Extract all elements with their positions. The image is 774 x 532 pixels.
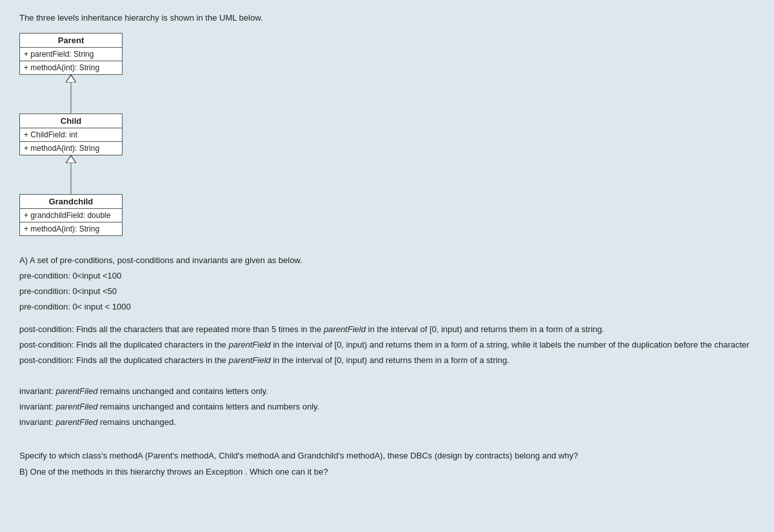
intro-text: The three levels inheritance hierarchy i…	[19, 13, 755, 23]
inheritance-arrow-1	[66, 75, 76, 83]
uml-diagram: Parent + parentField: String + methodA(i…	[19, 33, 755, 236]
section-a: A) A set of pre-conditions, post-conditi…	[19, 254, 755, 478]
invariant-2: invariant: parentFiled remains unchanged…	[19, 400, 755, 413]
invariant-1: invariant: parentFiled remains unchanged…	[19, 385, 755, 398]
grandchild-field-1: + grandchildField: double	[20, 209, 122, 222]
svg-marker-1	[66, 155, 76, 163]
question-b: B) One of the methods in this hierarchy …	[19, 466, 755, 478]
uml-grandchild-class: Grandchild + grandchildField: double + m…	[19, 194, 123, 236]
post-condition-1: post-condition: Finds all the characters…	[19, 323, 755, 336]
section-a-title: A) A set of pre-conditions, post-conditi…	[19, 254, 755, 267]
child-class-name: Child	[20, 114, 122, 128]
pre-condition-1: pre-condition: 0<input <100	[19, 270, 755, 282]
parent-class-name: Parent	[20, 34, 122, 48]
question-specify: Specify to which class's methodA (Parent…	[19, 449, 755, 462]
grandchild-class-name: Grandchild	[20, 195, 122, 209]
grandchild-method-1: + methodA(int): String	[20, 222, 122, 235]
pre-condition-3: pre-condition: 0< input < 1000	[19, 300, 755, 313]
invariant-3: invariant: parentFiled remains unchanged…	[19, 416, 755, 429]
connector-parent-child	[19, 75, 123, 113]
post-condition-2: post-condition: Finds all the duplicated…	[19, 339, 755, 351]
parent-method-1: + methodA(int): String	[20, 61, 122, 74]
inheritance-arrow-2	[66, 155, 76, 163]
post-conditions-block: post-condition: Finds all the characters…	[19, 323, 755, 367]
svg-marker-0	[66, 75, 76, 83]
pre-conditions-block: pre-condition: 0<input <100 pre-conditio…	[19, 270, 755, 313]
connector-child-grandchild	[19, 155, 123, 194]
parent-field-1: + parentField: String	[20, 48, 122, 61]
post-condition-3: post-condition: Finds all the duplicated…	[19, 354, 755, 367]
uml-parent-class: Parent + parentField: String + methodA(i…	[19, 33, 123, 75]
uml-child-class: Child + ChildField: int + methodA(int): …	[19, 113, 123, 155]
invariants-block: invariant: parentFiled remains unchanged…	[19, 385, 755, 429]
pre-condition-2: pre-condition: 0<input <50	[19, 285, 755, 298]
child-field-1: + ChildField: int	[20, 128, 122, 142]
child-method-1: + methodA(int): String	[20, 142, 122, 155]
